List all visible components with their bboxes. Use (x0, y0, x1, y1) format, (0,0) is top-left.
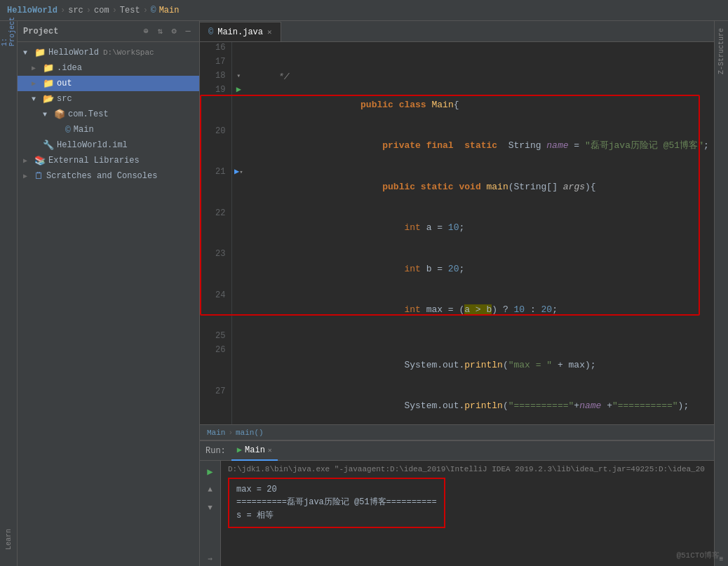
run-play-btn[interactable]: ▶ (203, 464, 218, 479)
run-gutter-19[interactable]: ▶ (236, 85, 241, 95)
iml-icon: 🔧 (43, 140, 54, 151)
arrow-ext-libs: ▶ (23, 156, 32, 165)
line-num-26: 26 (200, 344, 231, 386)
code-table: 16 17 18 ▾ (200, 42, 714, 424)
z-structure-btn[interactable]: Z-Structure (716, 25, 727, 77)
gutter-17 (231, 56, 245, 70)
tree-item-ext-libs[interactable]: ▶ 📚 External Libraries (18, 153, 199, 168)
project-panel-header: Project ⊕ ⇅ ⚙ — (18, 21, 199, 42)
watermark: @51CTO博客 (676, 550, 720, 560)
sublabel-helloworld: D:\WorkSpac (103, 48, 154, 57)
run-tab-label: Main (245, 445, 265, 455)
gutter-27 (231, 386, 245, 425)
label-out: out (57, 79, 72, 88)
tree-item-main[interactable]: ▶ © Main (18, 122, 199, 137)
learn-strip-btn[interactable]: Learn (1, 532, 15, 546)
run-label: Run: (205, 446, 226, 456)
line-code-26[interactable]: System.out.println("max = " + max); (245, 344, 714, 386)
code-line-19: 19 ▶ public class Main{ (200, 84, 714, 126)
line-code-22[interactable]: int a = 10; (245, 208, 714, 249)
project-tree: ▼ 📁 HelloWorld D:\WorkSpac ▶ 📁 .idea ▶ 📁… (18, 42, 199, 566)
tab-main-java[interactable]: © Main.java ✕ (200, 22, 281, 41)
arrow-helloworld: ▼ (23, 49, 32, 57)
code-line-25: 25 (200, 330, 714, 344)
line-num-23: 23 (200, 248, 231, 290)
panel-icon-gear[interactable]: ⚙ (168, 26, 180, 37)
content-area: © Main.java ✕ (200, 21, 714, 566)
path-com: com (94, 6, 109, 15)
panel-icon-close[interactable]: — (182, 26, 194, 37)
code-line-21: 21 ▶▾ public static void main(String[] a… (200, 166, 714, 208)
line-code-20[interactable]: private final static String name = "磊哥ja… (245, 126, 714, 167)
line-code-19[interactable]: public class Main{ (245, 84, 714, 126)
line-code-21[interactable]: public static void main(String[] args){ (245, 166, 714, 208)
line-num-21: 21 (200, 166, 231, 208)
panel-title: Project (23, 27, 58, 36)
path-src: src (68, 6, 83, 15)
tree-item-idea[interactable]: ▶ 📁 .idea (18, 60, 199, 76)
run-scroll-up-btn[interactable]: ▲ (203, 482, 218, 497)
gutter-19[interactable]: ▶ (231, 84, 245, 126)
editor-breadcrumb: Main › main() (200, 424, 714, 440)
run-sidebar: ▶ ▲ ▼ ⇒ (200, 461, 221, 566)
panel-icon-sort[interactable]: ⇅ (154, 26, 166, 37)
tree-item-helloworld[interactable]: ▼ 📁 HelloWorld D:\WorkSpac (18, 45, 199, 60)
line-code-24[interactable]: int max = (a > b) ? 10 : 20; (245, 290, 714, 331)
line-num-20: 20 (200, 126, 231, 167)
line-num-17: 17 (200, 56, 231, 70)
bc-main-method[interactable]: main() (236, 429, 264, 437)
run-output[interactable]: D:\jdk1.8\bin\java.exe "-javaagent:D:\id… (221, 461, 714, 566)
code-line-26: 26 System.out.println("max = " + max); (200, 344, 714, 386)
run-output-line-1: max = 20 (236, 485, 437, 494)
java-icon-main: © (65, 125, 71, 135)
line-code-27[interactable]: System.out.println("=========="+name +"=… (245, 386, 714, 425)
project-strip-btn[interactable]: 1: Project (1, 25, 15, 39)
code-line-27: 27 System.out.println("=========="+name … (200, 386, 714, 425)
code-scroll[interactable]: 16 17 18 ▾ (200, 42, 714, 424)
line-num-19: 19 (200, 84, 231, 126)
label-scratches: Scratches and Consoles (46, 171, 157, 181)
label-src: src (57, 94, 72, 104)
gutter-21[interactable]: ▶▾ (231, 166, 245, 208)
folder-icon-helloworld: 📁 (34, 47, 46, 58)
arrow-out: ▶ (32, 79, 40, 88)
run-tab-close[interactable]: ✕ (268, 446, 272, 454)
fold-marker-18[interactable]: ▾ (236, 72, 241, 80)
gutter-18: ▾ (231, 70, 245, 84)
line-num-22: 22 (200, 208, 231, 249)
run-output-line-2: ==========磊哥java历险记 @51博客========== (236, 496, 437, 508)
line-code-18[interactable]: */ (245, 70, 714, 84)
scratch-icon: 🗒 (34, 171, 43, 182)
line-code-17[interactable] (245, 56, 714, 70)
gutter-16 (231, 42, 245, 56)
highlight-a-gt-b: a > b (464, 304, 492, 315)
run-bottom-btn[interactable]: ⇒ (203, 551, 218, 566)
run-scroll-down-btn[interactable]: ▼ (203, 500, 218, 516)
line-num-25: 25 (200, 330, 231, 344)
tree-item-scratches[interactable]: ▶ 🗒 Scratches and Consoles (18, 168, 199, 184)
line-num-18: 18 (200, 70, 231, 84)
tree-item-src[interactable]: ▼ 📂 src (18, 91, 199, 107)
label-ext-libs: External Libraries (48, 156, 140, 166)
tree-item-com-test[interactable]: ▼ 📦 com.Test (18, 107, 199, 122)
line-code-23[interactable]: int b = 20; (245, 248, 714, 290)
code-line-23: 23 int b = 20; (200, 248, 714, 290)
tree-item-helloworld-iml[interactable]: ▶ 🔧 HelloWorld.iml (18, 137, 199, 153)
editor-area: 16 17 18 ▾ (200, 42, 714, 440)
path-main: Main (159, 6, 180, 15)
path-test: Test (120, 6, 140, 15)
line-num-27: 27 (200, 386, 231, 425)
tree-item-out[interactable]: ▶ 📁 out (18, 76, 199, 91)
tab-close-btn[interactable]: ✕ (267, 27, 272, 36)
panel-icon-globe[interactable]: ⊕ (140, 26, 151, 37)
run-tab-main[interactable]: ▶ Main ✕ (231, 441, 278, 461)
gutter-24 (231, 290, 245, 331)
project-name: HelloWorld (7, 6, 58, 15)
breadcrumb: HelloWorld › src › com › Test › © Main (7, 5, 179, 15)
left-sidebar-strip: 1: Project Learn (0, 21, 18, 566)
label-main: Main (74, 125, 94, 135)
line-code-16[interactable] (245, 42, 714, 56)
line-code-25[interactable] (245, 330, 714, 344)
gutter-22 (231, 208, 245, 249)
bc-main[interactable]: Main (207, 429, 225, 437)
